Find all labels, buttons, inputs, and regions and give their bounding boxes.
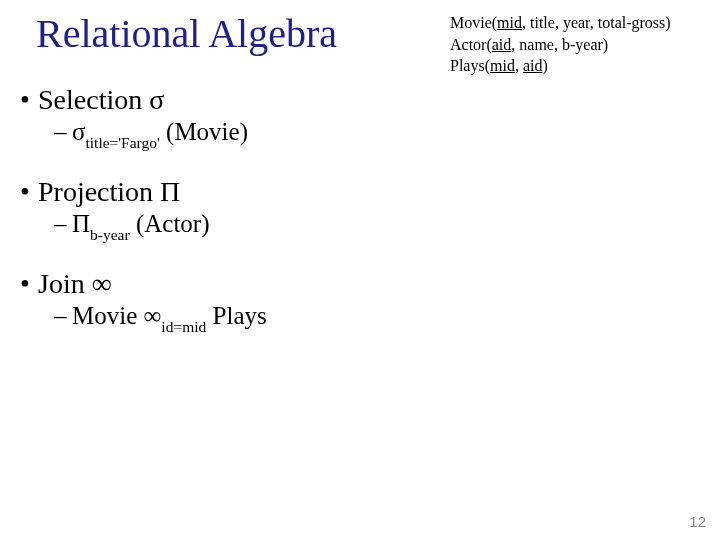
projection-example: –Πb-year (Actor) xyxy=(54,210,700,242)
slide: Relational Algebra Movie(mid, title, yea… xyxy=(0,0,720,540)
join-left: Movie xyxy=(72,302,144,329)
bullet-icon: • xyxy=(20,176,38,208)
slide-body: •Selection σ –σtitle='Fargo' (Movie) •Pr… xyxy=(20,80,700,360)
bullet-join: •Join ∞ xyxy=(20,268,700,300)
slide-title: Relational Algebra xyxy=(36,10,337,57)
dash-icon: – xyxy=(54,302,72,330)
schema-plays-rel: Plays xyxy=(450,57,485,74)
schema-movie: Movie(mid, title, year, total-gross) xyxy=(450,12,671,34)
projection-arg: (Actor) xyxy=(130,210,210,237)
page-number: 12 xyxy=(689,513,706,530)
join-subscript: id=mid xyxy=(161,318,206,335)
schema-actor: Actor(aid, name, b-year) xyxy=(450,34,671,56)
schema-actor-key: aid xyxy=(492,36,512,53)
schema-plays-key2: aid xyxy=(523,57,543,74)
sigma-icon: σ xyxy=(72,118,85,145)
selection-example: –σtitle='Fargo' (Movie) xyxy=(54,118,700,150)
schema-movie-rest: , title, year, total-gross) xyxy=(522,14,671,31)
schema-plays: Plays(mid, aid) xyxy=(450,55,671,77)
selection-arg: (Movie) xyxy=(160,118,248,145)
schema-movie-rel: Movie xyxy=(450,14,492,31)
schema-plays-key1: mid xyxy=(490,57,515,74)
join-example: –Movie ∞id=mid Plays xyxy=(54,302,700,334)
schema-plays-sep: , xyxy=(515,57,523,74)
dash-icon: – xyxy=(54,210,72,238)
pi-icon: Π xyxy=(160,176,180,207)
sigma-icon: σ xyxy=(149,84,164,115)
selection-label: Selection xyxy=(38,84,149,115)
schema-plays-close: ) xyxy=(542,57,547,74)
pi-icon: Π xyxy=(72,210,90,237)
schema-box: Movie(mid, title, year, total-gross) Act… xyxy=(450,12,671,77)
bullet-selection: •Selection σ xyxy=(20,84,700,116)
bullet-projection: •Projection Π xyxy=(20,176,700,208)
dash-icon: – xyxy=(54,118,72,146)
schema-actor-rel: Actor xyxy=(450,36,486,53)
schema-movie-key: mid xyxy=(497,14,522,31)
bullet-icon: • xyxy=(20,268,38,300)
join-icon: ∞ xyxy=(144,302,162,329)
join-icon: ∞ xyxy=(92,268,112,299)
join-label: Join xyxy=(38,268,92,299)
selection-subscript: title='Fargo' xyxy=(85,134,159,151)
bullet-icon: • xyxy=(20,84,38,116)
projection-label: Projection xyxy=(38,176,160,207)
projection-subscript: b-year xyxy=(90,226,130,243)
join-right: Plays xyxy=(206,302,266,329)
schema-actor-rest: , name, b-year) xyxy=(511,36,608,53)
